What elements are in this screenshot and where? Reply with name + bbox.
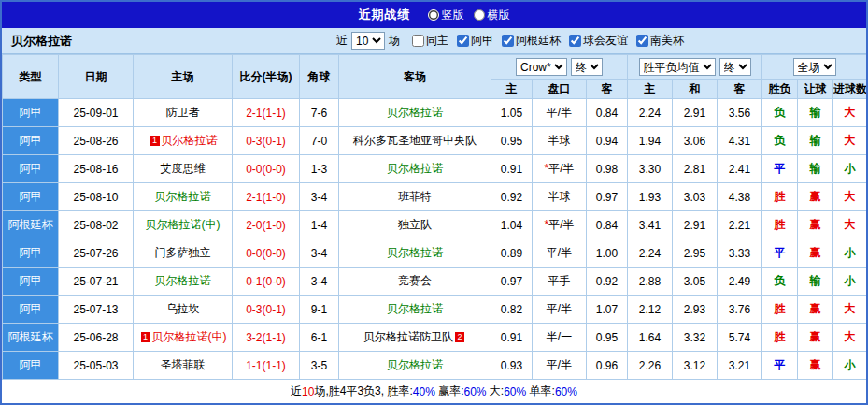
- handicap-text: 平/半: [548, 218, 574, 231]
- league-cell: 阿根廷杯: [3, 324, 59, 352]
- col-away: 客场: [339, 55, 491, 99]
- away-team-cell: 贝尔格拉诺: [339, 352, 491, 380]
- asia-away-odds-cell: 0.84: [587, 99, 628, 127]
- score-cell[interactable]: 1-1(1-1): [233, 352, 300, 380]
- handicap-text: 平/半: [547, 106, 572, 119]
- horizontal-radio[interactable]: [474, 9, 485, 21]
- filter-checkbox-input[interactable]: [457, 35, 469, 47]
- fulltime-scope-select[interactable]: 全场: [793, 58, 836, 76]
- asia-odds-header: Crow* 终: [491, 55, 628, 80]
- red-card-badge: 1: [150, 136, 160, 146]
- home-team-link[interactable]: 贝尔格拉诺: [162, 134, 218, 147]
- filter-checkbox-input[interactable]: [636, 35, 648, 47]
- filter-checkbox-input[interactable]: [412, 35, 424, 47]
- asia-away-odds-cell: 0.96: [587, 352, 628, 380]
- away-team-link[interactable]: 贝尔格拉诺: [387, 106, 443, 119]
- asia-time-select[interactable]: 终: [571, 58, 603, 76]
- summary-segment: 赢率:: [435, 383, 464, 399]
- away-team-link[interactable]: 贝尔格拉诺: [387, 358, 443, 371]
- asia-away-odds-cell: 0.97: [587, 183, 628, 211]
- league-cell: 阿甲: [3, 352, 59, 380]
- games-label: 场: [389, 33, 400, 49]
- score-cell[interactable]: 0-3(0-1): [233, 296, 300, 324]
- home-team-link[interactable]: 贝尔格拉诺: [155, 190, 211, 203]
- home-team-link[interactable]: 艾度思维: [161, 162, 206, 175]
- filter-checkbox[interactable]: 南美杯: [636, 33, 684, 49]
- home-team-cell: 艾度思维: [134, 155, 233, 183]
- away-team-link[interactable]: 贝尔格拉诺: [387, 246, 443, 259]
- subcol-goals: 进球数: [833, 80, 867, 99]
- away-team-link[interactable]: 贝尔格拉诺: [387, 302, 443, 315]
- home-team-link[interactable]: 乌拉坎: [166, 302, 200, 315]
- filter-checkbox[interactable]: 球会友谊: [569, 33, 628, 49]
- layout-option-vertical[interactable]: 竖版: [428, 7, 464, 23]
- filter-checkbox-input[interactable]: [502, 35, 514, 47]
- europe-away-odds-cell: 2.21: [718, 211, 762, 239]
- filter-checkbox-label: 南美杯: [650, 33, 684, 49]
- filter-checkbox-input[interactable]: [569, 35, 581, 47]
- handicap-text: 平/半: [548, 162, 574, 175]
- asia-away-odds-cell: 0.95: [587, 324, 628, 352]
- filter-checkbox[interactable]: 同主: [412, 33, 448, 49]
- europe-mean-select[interactable]: 胜平负均值: [639, 58, 716, 76]
- handicap-result-cell: 输: [798, 127, 833, 155]
- away-team-link[interactable]: 竞赛会: [398, 274, 432, 287]
- asia-home-odds-cell: 0.97: [491, 268, 533, 296]
- summary-bar: 近10场,胜4平3负3, 胜率:40% 赢率:60% 大:60% 单率:60%: [2, 380, 866, 403]
- window-title: 近期战绩: [359, 7, 411, 23]
- filter-checkbox-label: 同主: [426, 33, 448, 49]
- score-cell[interactable]: 0-0(0-0): [233, 155, 300, 183]
- corners-cell: 9-1: [300, 296, 339, 324]
- score-cell[interactable]: 0-3(0-1): [233, 127, 300, 155]
- date-cell: 25-07-21: [59, 268, 134, 296]
- europe-home-odds-cell: 2.12: [628, 296, 673, 324]
- home-team-link[interactable]: 防卫者: [166, 106, 200, 119]
- handicap-text: 半球: [548, 134, 571, 147]
- away-team-cell: 科尔多瓦圣地亚哥中央队: [339, 127, 491, 155]
- vertical-radio[interactable]: [428, 9, 439, 21]
- date-cell: 25-09-01: [59, 99, 134, 127]
- europe-time-select[interactable]: 终: [719, 58, 751, 76]
- filter-checkbox[interactable]: 阿甲: [457, 33, 493, 49]
- home-team-link[interactable]: 贝尔格拉诺(中): [152, 330, 227, 343]
- layout-option-horizontal[interactable]: 横版: [474, 7, 510, 23]
- home-team-cell: 贝尔格拉诺: [134, 183, 233, 211]
- score-cell[interactable]: 0-0(0-0): [233, 239, 300, 268]
- result-cell: 平: [762, 352, 798, 380]
- result-cell: 胜: [762, 183, 798, 211]
- score-cell[interactable]: 2-1(1-1): [233, 99, 300, 127]
- match-count-select[interactable]: 10: [351, 32, 385, 50]
- home-team-link[interactable]: 贝尔格拉诺: [155, 274, 211, 287]
- subcol-asia-away: 客: [587, 80, 628, 99]
- score-cell[interactable]: 2-1(1-0): [233, 183, 300, 211]
- asia-handicap-cell: 半球: [533, 127, 587, 155]
- europe-draw-odds-cell: 3.32: [673, 324, 718, 352]
- league-cell: 阿甲: [3, 268, 59, 296]
- away-team-link[interactable]: 科尔多瓦圣地亚哥中央队: [353, 134, 477, 147]
- score-cell[interactable]: 2-0(1-0): [233, 211, 300, 239]
- away-team-link[interactable]: 贝尔格拉诺: [387, 162, 443, 175]
- score-cell[interactable]: 3-2(1-1): [233, 324, 300, 352]
- home-team-cell: 门多萨独立: [134, 239, 233, 268]
- away-team-link[interactable]: 班菲特: [398, 190, 432, 203]
- result-cell: 负: [762, 99, 798, 127]
- home-team-link[interactable]: 圣塔菲联: [161, 358, 206, 371]
- asia-handicap-cell: 平/半: [533, 99, 587, 127]
- away-team-link[interactable]: 贝尔格拉诺防卫队: [363, 330, 453, 343]
- away-team-cell: 贝尔格拉诺防卫队2: [339, 324, 491, 352]
- asia-home-odds-cell: 0.82: [491, 296, 533, 324]
- goals-result-cell: 大: [833, 183, 867, 211]
- score-cell[interactable]: 0-1(0-0): [233, 268, 300, 296]
- handicap-result-cell: 输: [798, 99, 833, 127]
- home-team-link[interactable]: 贝尔格拉诺(中): [146, 218, 221, 231]
- summary-segment: 大:: [487, 383, 505, 399]
- away-team-link[interactable]: 独立队: [398, 218, 432, 231]
- europe-home-odds-cell: 1.93: [628, 183, 673, 211]
- filter-checkbox[interactable]: 阿根廷杯: [502, 33, 561, 49]
- handicap-text: 平/半: [547, 246, 572, 259]
- europe-away-odds-cell: 3.76: [718, 296, 762, 324]
- league-cell: 阿甲: [3, 183, 59, 211]
- home-team-link[interactable]: 门多萨独立: [155, 246, 211, 259]
- corners-cell: 6-1: [300, 324, 339, 352]
- odds-company-select[interactable]: Crow*: [516, 58, 567, 76]
